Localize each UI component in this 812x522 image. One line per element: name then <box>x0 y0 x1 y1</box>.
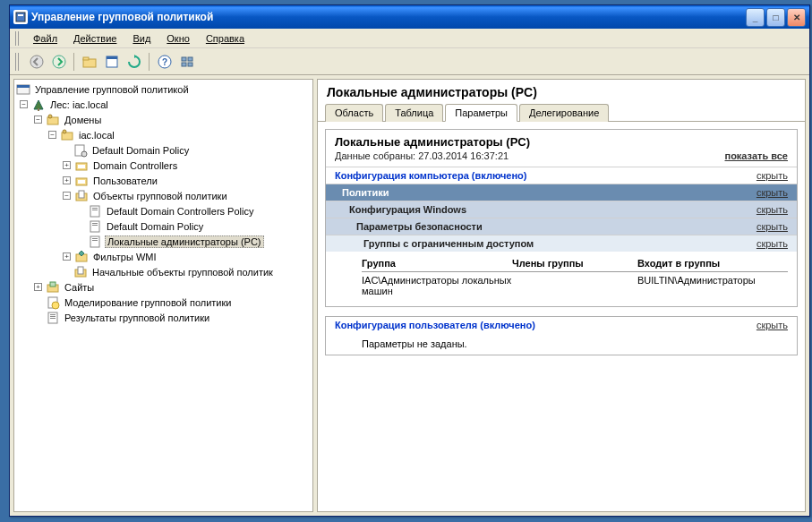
collapse-icon[interactable]: − <box>63 192 71 200</box>
expand-icon[interactable]: + <box>63 176 71 184</box>
expand-icon[interactable]: + <box>63 252 71 261</box>
hide-link[interactable]: скрыть <box>756 170 788 181</box>
domains-icon <box>46 113 60 127</box>
tree-users[interactable]: + Пользователи <box>16 173 311 188</box>
titlebar: Управление групповой политикой _ □ ✕ <box>10 5 809 29</box>
tree-starter-gpos[interactable]: Начальные объекты групповой политик <box>16 264 311 279</box>
detail-body[interactable]: Локальные администраторы (PC) Данные соб… <box>318 122 805 511</box>
tree-gpo-objects[interactable]: − Объекты групповой политики <box>16 188 311 203</box>
row-user-config[interactable]: Конфигурация пользователя (включено) скр… <box>326 317 797 333</box>
tree-domains[interactable]: − Домены <box>16 112 311 127</box>
menu-window[interactable]: Окно <box>159 31 197 46</box>
hide-link[interactable]: скрыть <box>756 221 788 232</box>
help-button[interactable]: ? <box>154 51 175 72</box>
row-restricted-groups[interactable]: Группы с ограниченным доступом скрыть <box>326 235 797 252</box>
folder-button[interactable] <box>79 51 99 72</box>
svg-rect-42 <box>50 282 56 287</box>
tree-modeling[interactable]: Моделирование групповой политики <box>16 295 311 310</box>
restricted-groups-table: Группа Члены группы Входит в группы IAC\… <box>326 252 797 306</box>
menu-file[interactable]: Файл <box>26 31 64 46</box>
tree-root[interactable]: Управление групповой политикой <box>16 81 311 97</box>
hide-link[interactable]: скрыть <box>756 320 788 330</box>
gpo-link-icon <box>73 143 88 158</box>
detail-pane: Локальные администраторы (PC) Область Та… <box>317 79 806 512</box>
toolbar: ? <box>10 48 809 75</box>
tab-table[interactable]: Таблица <box>385 104 443 122</box>
svg-rect-28 <box>79 191 84 198</box>
refresh-button[interactable] <box>124 51 144 72</box>
properties-button[interactable] <box>101 51 122 72</box>
svg-rect-24 <box>78 165 85 168</box>
app-icon <box>13 10 28 24</box>
tab-scope[interactable]: Область <box>325 104 383 122</box>
tree-forest[interactable]: − Лес: iac.local <box>16 97 311 112</box>
maximize-button[interactable]: □ <box>766 8 785 27</box>
collapse-icon[interactable]: − <box>20 100 28 108</box>
table-row: IAC\Администраторы локальных машин BUILT… <box>362 272 788 299</box>
col-memberof: Входит в группы <box>637 258 788 269</box>
svg-point-22 <box>81 151 87 157</box>
svg-rect-5 <box>83 57 89 60</box>
menu-action[interactable]: Действие <box>66 31 124 46</box>
hide-link[interactable]: скрыть <box>756 204 788 215</box>
svg-point-44 <box>52 302 59 309</box>
row-windows-config[interactable]: Конфигурация Windows скрыть <box>326 201 797 218</box>
expand-icon[interactable]: + <box>34 283 42 291</box>
svg-rect-10 <box>182 57 186 61</box>
forward-button[interactable] <box>48 51 69 72</box>
svg-rect-15 <box>17 85 30 88</box>
collapse-icon[interactable]: − <box>48 131 56 139</box>
menu-help[interactable]: Справка <box>199 31 252 46</box>
close-button[interactable]: ✕ <box>787 8 806 27</box>
row-computer-config[interactable]: Конфигурация компьютера (включено) скрыт… <box>326 167 797 184</box>
svg-rect-48 <box>50 318 56 319</box>
show-all-link[interactable]: показать все <box>725 150 789 161</box>
collected-meta: Данные собраны: 27.03.2014 16:37:21 <box>335 150 509 161</box>
tree-default-dc-policy[interactable]: Default Domain Controllers Policy <box>16 203 311 218</box>
ou-icon <box>74 174 89 188</box>
main-window: Управление групповой политикой _ □ ✕ Фай… <box>9 4 810 517</box>
collapse-icon[interactable]: − <box>34 116 42 124</box>
hide-link[interactable]: скрыть <box>756 238 788 249</box>
section-title: Локальные администраторы (PC) <box>335 135 788 149</box>
svg-rect-0 <box>16 13 25 21</box>
tree-results[interactable]: Результаты групповой политики <box>16 310 311 325</box>
results-icon <box>46 311 60 325</box>
minimize-button[interactable]: _ <box>746 8 765 27</box>
svg-text:?: ? <box>161 57 167 67</box>
svg-point-18 <box>48 115 52 118</box>
tree-default-domain-policy-2[interactable]: Default Domain Policy <box>16 218 311 234</box>
svg-rect-34 <box>92 225 98 226</box>
tree-local-admins[interactable]: Локальные администраторы (PC) <box>16 234 311 249</box>
gpo-container-icon <box>74 189 89 203</box>
menubar-grip <box>15 31 21 46</box>
row-policies[interactable]: Политики скрыть <box>326 184 797 201</box>
svg-rect-29 <box>90 206 99 217</box>
svg-rect-16 <box>38 108 39 111</box>
tab-delegation[interactable]: Делегирование <box>519 104 609 122</box>
tree-domain-controllers[interactable]: + Domain Controllers <box>16 158 311 173</box>
tree-default-domain-policy[interactable]: Default Domain Policy <box>16 142 311 158</box>
modeling-icon <box>46 295 60 310</box>
view-button[interactable] <box>176 51 197 72</box>
tab-parameters[interactable]: Параметры <box>445 104 517 122</box>
domain-icon <box>60 128 74 142</box>
tree-pane[interactable]: Управление групповой политикой − Лес: ia… <box>13 79 313 512</box>
svg-rect-26 <box>78 180 85 184</box>
tree-wmi-filters[interactable]: + Фильтры WMI <box>16 249 311 264</box>
tree-sites[interactable]: + Сайты <box>16 279 311 295</box>
row-security-params[interactable]: Параметры безопасности скрыть <box>326 218 797 235</box>
expand-icon[interactable]: + <box>63 161 71 169</box>
wmi-icon <box>74 250 89 264</box>
menu-view[interactable]: Вид <box>125 31 158 46</box>
back-button[interactable] <box>26 51 47 72</box>
svg-rect-19 <box>62 133 73 140</box>
detail-title: Локальные администраторы (PC) <box>318 80 805 103</box>
sites-icon <box>46 280 60 295</box>
tree-domain-iac[interactable]: − iac.local <box>16 127 311 142</box>
svg-rect-33 <box>92 223 98 224</box>
svg-rect-17 <box>47 117 58 124</box>
content-area: Управление групповой политикой − Лес: ia… <box>10 75 809 516</box>
hide-link[interactable]: скрыть <box>756 187 788 198</box>
svg-rect-11 <box>188 57 192 61</box>
